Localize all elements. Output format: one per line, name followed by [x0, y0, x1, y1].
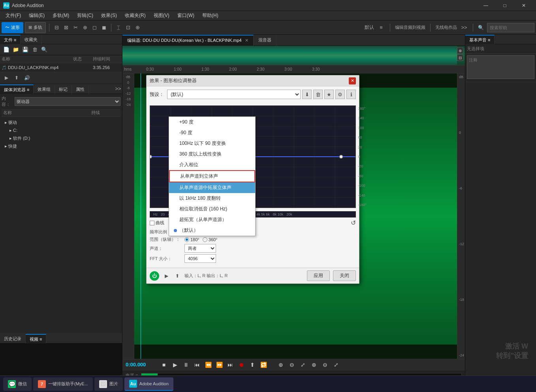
- maximize-button[interactable]: □: [496, 0, 514, 11]
- toolbar-icon-1[interactable]: ⊟: [53, 24, 60, 32]
- radio-180[interactable]: 180°: [184, 237, 199, 242]
- menu-edit[interactable]: 编辑(E): [25, 11, 49, 21]
- taskbar-formatter[interactable]: 7 一键排版助手(MyE...: [33, 377, 93, 391]
- tab-editor[interactable]: 编辑器: DDU-DU DDU-DU(Korean Ver.) - BLACKP…: [122, 35, 254, 46]
- dialog-close-button[interactable]: ✕: [349, 77, 356, 84]
- go-end-btn[interactable]: ⏭: [226, 360, 235, 369]
- taskbar-wechat[interactable]: 💬 微信: [3, 377, 32, 391]
- preset-item-5[interactable]: 从单声道到立体声: [169, 170, 255, 182]
- zoom-in-v[interactable]: ⊕: [310, 360, 318, 369]
- reset-icon[interactable]: ↺: [351, 219, 356, 227]
- preset-info-icon[interactable]: ℹ: [346, 90, 356, 99]
- drive-d[interactable]: ▸ 软件 (D:): [2, 134, 120, 142]
- tab-properties[interactable]: 属性: [72, 84, 89, 94]
- menu-multitrack[interactable]: 多轨(M): [49, 11, 73, 21]
- preset-download-icon[interactable]: ⬇: [302, 90, 312, 99]
- preset-item-4[interactable]: 介入相位: [169, 159, 255, 170]
- export-btn[interactable]: ⬆: [248, 360, 257, 369]
- menu-help[interactable]: 帮助(H): [198, 11, 222, 21]
- toolbar-icon-4[interactable]: ⊕: [81, 24, 89, 32]
- drive-c[interactable]: ▸ C:: [2, 126, 120, 134]
- rewind-btn[interactable]: ⏪: [204, 360, 213, 369]
- curve-checkbox[interactable]: 曲线: [150, 220, 164, 226]
- radio-360-dot[interactable]: [203, 237, 207, 242]
- toolbar-icon-6[interactable]: ◼: [100, 24, 108, 32]
- menu-effects[interactable]: 效果(S): [97, 11, 121, 21]
- save-file-icon[interactable]: 💾: [21, 46, 29, 54]
- tab-mixer[interactable]: 混音器: [254, 35, 276, 46]
- drive-root[interactable]: ▸ 驱动: [2, 118, 120, 126]
- channel-select[interactable]: 两者: [184, 244, 216, 253]
- tab-markers[interactable]: 标记: [55, 84, 72, 94]
- preset-item-1[interactable]: -90 度: [169, 128, 255, 138]
- comment-textarea[interactable]: [467, 55, 534, 79]
- zoom-fit[interactable]: ⤢: [299, 360, 307, 369]
- preset-item-8[interactable]: 相位取消低音 (160 Hz): [169, 204, 255, 214]
- zoom-out-v[interactable]: ⊖: [321, 360, 329, 369]
- toolbar-menu-icon[interactable]: ≡: [377, 24, 385, 32]
- loop-btn[interactable]: 🔁: [259, 360, 268, 369]
- tab-basic-sound[interactable]: 基本声音 ≡: [465, 35, 495, 44]
- close-button[interactable]: 关闭: [333, 270, 356, 281]
- tab-media-browser[interactable]: 媒体浏览器 ≡: [0, 84, 34, 94]
- file-item[interactable]: 🎵 DDU-DU_LACKPINK.mp4 3:35.256: [0, 63, 122, 72]
- tab-effects-group[interactable]: 效果组: [34, 84, 55, 94]
- menu-window[interactable]: 窗口(W): [173, 11, 198, 21]
- tab-favorites[interactable]: 收藏夹: [21, 35, 42, 44]
- preset-item-6[interactable]: 从单声道源中拓展立体声: [169, 182, 255, 193]
- new-file-icon[interactable]: 📄: [2, 46, 10, 54]
- waveform-button[interactable]: 〜 波形: [2, 22, 23, 33]
- preset-star-icon[interactable]: ★: [324, 90, 334, 99]
- record-btn[interactable]: ⏺: [237, 360, 246, 369]
- overview-collapse[interactable]: ⊟: [457, 54, 463, 61]
- stop-btn[interactable]: ■: [160, 360, 168, 369]
- export-btn[interactable]: ⬆: [13, 74, 21, 82]
- toolbar-more[interactable]: >>: [460, 24, 468, 32]
- radio-180-dot[interactable]: [184, 237, 189, 242]
- volume-btn[interactable]: 🔊: [23, 74, 31, 82]
- zoom-full[interactable]: ⤢: [332, 360, 340, 369]
- radio-360[interactable]: 360°: [203, 237, 218, 242]
- preset-delete-icon[interactable]: 🗑: [313, 90, 323, 99]
- close-button[interactable]: ✕: [515, 0, 533, 11]
- toolbar-cursor[interactable]: ⌶: [115, 24, 122, 32]
- waveform-overview[interactable]: ⊕ ⊟: [122, 46, 465, 66]
- dialog-power-btn[interactable]: ⏻: [150, 271, 159, 281]
- preset-settings-icon[interactable]: ⚙: [335, 90, 345, 99]
- preset-select[interactable]: (默认): [167, 90, 301, 99]
- toolbar-icon-5[interactable]: ◻: [90, 24, 98, 32]
- curve-checkbox-box[interactable]: [150, 221, 154, 225]
- open-file-icon[interactable]: 📁: [12, 46, 20, 54]
- tab-video[interactable]: 视频 ≡: [26, 334, 46, 343]
- overview-zoom[interactable]: ⊕: [457, 47, 463, 54]
- zoom-out-h[interactable]: ⊖: [288, 360, 296, 369]
- preset-item-0[interactable]: +90 度: [169, 117, 255, 128]
- menu-view[interactable]: 视图(V): [150, 11, 173, 21]
- fast-forward-btn[interactable]: ⏩: [215, 360, 224, 369]
- content-select[interactable]: 驱动器: [15, 97, 120, 106]
- toolbar-icon-3[interactable]: ✂: [71, 24, 79, 32]
- go-start-btn[interactable]: ⏮: [193, 360, 201, 369]
- apply-button[interactable]: 应用: [307, 270, 330, 281]
- play-pause-btn[interactable]: ▶: [171, 360, 179, 369]
- menu-favorites[interactable]: 收藏夹(R): [121, 11, 150, 21]
- toolbar-icon-2[interactable]: ⊠: [62, 24, 70, 32]
- menu-file[interactable]: 文件(F): [2, 11, 25, 21]
- preset-item-7[interactable]: 以 1kHz 180 度翻转: [169, 193, 255, 204]
- preset-item-3[interactable]: 360 度以上线性变换: [169, 149, 255, 159]
- dialog-export-btn[interactable]: ⬆: [173, 272, 181, 280]
- fft-select[interactable]: 4096: [184, 254, 216, 263]
- play-btn[interactable]: ▶: [2, 74, 10, 82]
- toolbar-select[interactable]: ⊡: [124, 24, 132, 32]
- media-more-icon[interactable]: >>: [114, 84, 122, 92]
- menu-clip[interactable]: 剪辑(C): [73, 11, 97, 21]
- search-files-icon[interactable]: 🔍: [40, 46, 48, 54]
- minimize-button[interactable]: —: [477, 0, 495, 11]
- search-input[interactable]: [487, 23, 534, 32]
- multitrack-button[interactable]: ⊞ 多轨: [25, 22, 46, 33]
- close-tab-icon[interactable]: ✕: [245, 38, 248, 43]
- tab-history[interactable]: 历史记录: [0, 334, 26, 343]
- taskbar-audition[interactable]: Au Adobe Audition: [124, 377, 173, 391]
- pause-btn[interactable]: ⏸: [182, 360, 190, 369]
- preset-dropdown[interactable]: +90 度 -90 度 100Hz 以下 90 度变换 360 度以上线性变换: [169, 116, 256, 236]
